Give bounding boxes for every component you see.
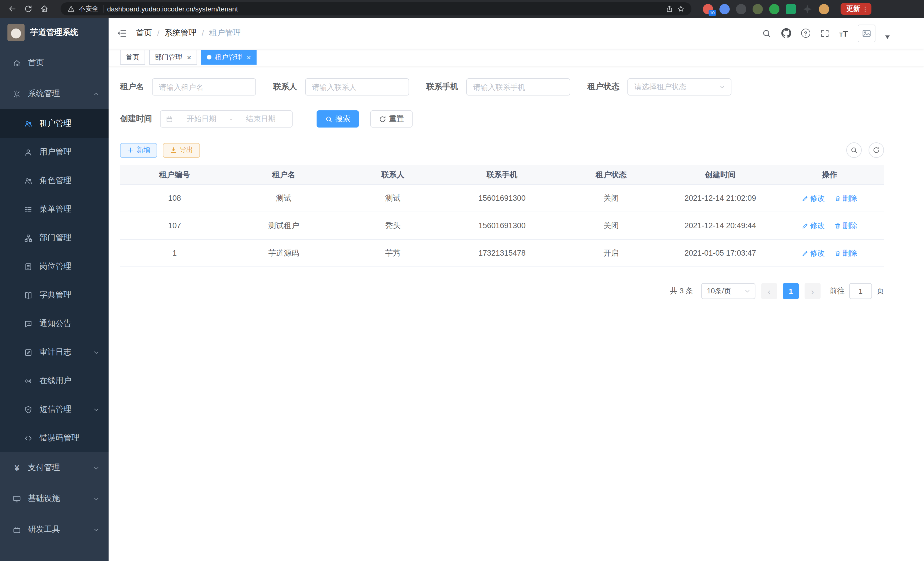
home-button[interactable] xyxy=(38,3,50,15)
menu-list-icon xyxy=(24,205,33,214)
update-button[interactable]: 更新 xyxy=(841,3,872,15)
field-label: 租户状态 xyxy=(587,82,620,92)
tab-dept[interactable]: 部门管理 × xyxy=(149,50,197,65)
page-jump-input[interactable] xyxy=(849,283,872,299)
page-1-button[interactable]: 1 xyxy=(783,283,799,299)
extension-badge: 10 xyxy=(708,10,716,16)
book-icon xyxy=(24,291,33,299)
reset-button[interactable]: 重置 xyxy=(370,110,412,128)
sidebar-item-role[interactable]: 角色管理 xyxy=(0,166,109,195)
sidebar-item-infrastructure[interactable]: 基础设施 xyxy=(0,483,109,514)
column-header: 租户名 xyxy=(229,170,338,180)
cell-tenant-name: 芋道源码 xyxy=(229,248,338,258)
cell-tenant-name: 测试 xyxy=(229,193,338,203)
jump-prefix: 前往 xyxy=(830,286,844,296)
sidebar-item-user[interactable]: 用户管理 xyxy=(0,138,109,166)
sidebar-item-post[interactable]: 岗位管理 xyxy=(0,252,109,281)
export-button-label: 导出 xyxy=(179,145,193,155)
cell-tenant-id: 1 xyxy=(120,249,229,257)
message-icon xyxy=(24,319,33,328)
filter-row-2: 创建时间 开始日期 - 结束日期 搜索 重置 xyxy=(120,110,884,128)
app-logo[interactable]: 芋道管理系统 xyxy=(0,18,109,47)
extension-icon[interactable] xyxy=(786,4,796,14)
sidebar-item-notice[interactable]: 通知公告 xyxy=(0,309,109,338)
extension-icon[interactable]: 10 xyxy=(703,4,713,14)
prev-page-button[interactable]: ‹ xyxy=(761,283,777,299)
breadcrumb-system[interactable]: 系统管理 xyxy=(165,28,196,38)
sidebar-item-payment[interactable]: ¥ 支付管理 xyxy=(0,452,109,483)
extension-icon[interactable] xyxy=(802,4,813,14)
search-icon[interactable] xyxy=(761,28,771,38)
edit-icon xyxy=(801,250,808,256)
reload-button[interactable] xyxy=(22,3,34,15)
extension-icon[interactable] xyxy=(719,4,730,14)
sidebar-item-home[interactable]: 首页 xyxy=(0,47,109,78)
caret-down-icon[interactable] xyxy=(885,35,890,39)
sidebar-item-error-code[interactable]: 错误码管理 xyxy=(0,424,109,452)
avatar[interactable] xyxy=(858,24,875,42)
edit-link[interactable]: 修改 xyxy=(801,193,825,203)
sidebar-item-dept[interactable]: 部门管理 xyxy=(0,224,109,252)
toggle-search-button[interactable] xyxy=(846,142,862,158)
cell-actions: 修改 删除 xyxy=(775,248,884,258)
sidebar-item-label: 租户管理 xyxy=(39,118,71,129)
cell-contact: 芋艿 xyxy=(338,248,447,258)
extension-icon[interactable] xyxy=(753,4,763,14)
font-size-icon[interactable]: TT xyxy=(839,29,848,38)
cell-actions: 修改 删除 xyxy=(775,220,884,231)
delete-link[interactable]: 删除 xyxy=(834,248,857,258)
help-icon[interactable]: ? xyxy=(801,29,810,38)
tab-tenant[interactable]: 租户管理 × xyxy=(201,50,256,65)
delete-link[interactable]: 删除 xyxy=(834,220,857,231)
chevron-up-icon xyxy=(93,91,99,97)
breadcrumb-home[interactable]: 首页 xyxy=(136,28,152,38)
next-page-button[interactable]: › xyxy=(805,283,820,299)
fullscreen-icon[interactable] xyxy=(820,28,830,38)
extension-icon[interactable] xyxy=(819,4,829,14)
tab-label: 租户管理 xyxy=(214,52,242,62)
extension-icon[interactable] xyxy=(769,4,779,14)
cell-tenant-name: 测试租户 xyxy=(229,220,338,231)
search-button-label: 搜索 xyxy=(335,114,350,124)
close-icon[interactable]: × xyxy=(247,53,251,61)
refresh-table-button[interactable] xyxy=(868,142,884,158)
sidebar-item-label: 部门管理 xyxy=(39,233,71,243)
tab-label: 部门管理 xyxy=(155,52,182,62)
close-icon[interactable]: × xyxy=(187,53,191,61)
page-size-select[interactable]: 10条/页 xyxy=(701,283,755,299)
add-button[interactable]: 新增 xyxy=(120,143,157,158)
cell-phone: 17321315478 xyxy=(447,249,556,257)
export-button[interactable]: 导出 xyxy=(163,143,200,158)
tenant-name-input[interactable] xyxy=(152,78,256,96)
sidebar-item-label: 通知公告 xyxy=(39,319,71,329)
status-select[interactable]: 请选择租户状态 xyxy=(627,78,731,96)
phone-input[interactable] xyxy=(466,78,570,96)
tab-home[interactable]: 首页 xyxy=(120,50,145,65)
github-icon[interactable] xyxy=(781,28,791,38)
tags-view: 首页 部门管理 × 租户管理 × xyxy=(109,49,924,66)
edit-link[interactable]: 修改 xyxy=(801,220,825,231)
sidebar-item-menu[interactable]: 菜单管理 xyxy=(0,195,109,224)
back-button[interactable] xyxy=(6,3,18,15)
collapse-sidebar-button[interactable] xyxy=(109,18,135,49)
sidebar-item-sms[interactable]: 短信管理 xyxy=(0,395,109,424)
sidebar-item-dev-tools[interactable]: 研发工具 xyxy=(0,514,109,545)
extension-icon[interactable] xyxy=(736,4,746,14)
contact-input[interactable] xyxy=(305,78,409,96)
sidebar-item-tenant[interactable]: 租户管理 xyxy=(0,109,109,138)
download-icon xyxy=(170,146,177,154)
pagination: 共 3 条 10条/页 ‹ 1 › 前往 页 xyxy=(120,283,884,299)
date-range-picker[interactable]: 开始日期 - 结束日期 xyxy=(160,110,292,128)
sidebar-item-online-users[interactable]: 在线用户 xyxy=(0,367,109,395)
edit-link[interactable]: 修改 xyxy=(801,248,825,258)
sidebar-item-audit-log[interactable]: 审计日志 xyxy=(0,338,109,367)
bookmark-star-icon[interactable] xyxy=(677,5,685,13)
kebab-menu-icon[interactable] xyxy=(862,5,868,12)
delete-link[interactable]: 删除 xyxy=(834,193,857,203)
search-button[interactable]: 搜索 xyxy=(316,110,359,128)
share-icon[interactable] xyxy=(666,5,673,13)
sidebar-item-dict[interactable]: 字典管理 xyxy=(0,281,109,309)
sidebar-item-system[interactable]: 系统管理 xyxy=(0,78,109,109)
address-bar[interactable]: 不安全 dashboard.yudao.iocoder.cn/system/te… xyxy=(61,2,692,15)
filter-status: 租户状态 请选择租户状态 xyxy=(587,78,731,96)
